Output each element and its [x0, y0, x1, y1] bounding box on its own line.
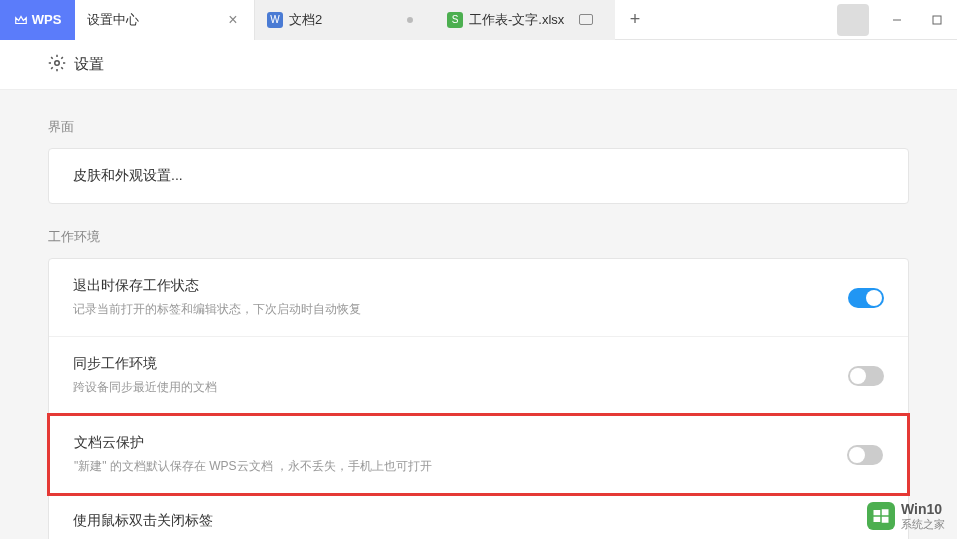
page-title: 设置 [74, 55, 104, 74]
sync-work-env-row: 同步工作环境 跨设备同步最近使用的文档 [49, 337, 908, 415]
remote-display-icon [579, 14, 593, 25]
watermark-bottom: 系统之家 [901, 518, 945, 531]
svg-rect-1 [933, 16, 941, 24]
save-work-state-row: 退出时保存工作状态 记录当前打开的标签和编辑状态，下次启动时自动恢复 [49, 259, 908, 337]
svg-rect-5 [874, 517, 881, 522]
svg-rect-4 [882, 509, 889, 515]
section-title-interface: 界面 [48, 118, 909, 136]
svg-point-2 [55, 60, 60, 65]
wps-crown-icon [14, 13, 28, 27]
user-avatar[interactable] [837, 4, 869, 36]
wps-logo-text: WPS [32, 12, 62, 27]
add-tab-button[interactable]: + [615, 0, 655, 40]
skin-label: 皮肤和外观设置... [73, 167, 183, 185]
close-icon[interactable]: × [224, 11, 242, 29]
section-title-workenv: 工作环境 [48, 228, 909, 246]
word-doc-icon: W [267, 12, 283, 28]
tab-label: 文档2 [289, 11, 322, 29]
tab-worksheet[interactable]: S 工作表-文字.xlsx [435, 0, 615, 40]
minimize-icon [891, 14, 903, 26]
tab-label: 设置中心 [87, 11, 139, 29]
svg-rect-6 [882, 517, 889, 523]
content-header: 设置 [0, 40, 957, 90]
setting-desc: 记录当前打开的标签和编辑状态，下次启动时自动恢复 [73, 301, 361, 318]
setting-desc: "新建" 的文档默认保存在 WPS云文档 ，永不丢失，手机上也可打开 [74, 458, 432, 475]
maximize-icon [931, 14, 943, 26]
minimize-button[interactable] [877, 0, 917, 40]
spreadsheet-icon: S [447, 12, 463, 28]
tab-label: 工作表-文字.xlsx [469, 11, 564, 29]
save-work-state-toggle[interactable] [848, 288, 884, 308]
gear-icon [48, 54, 66, 76]
watermark-top: Win10 [901, 501, 945, 518]
setting-label: 同步工作环境 [73, 355, 217, 373]
status-dot-icon [407, 17, 413, 23]
setting-label: 使用鼠标双击关闭标签 [73, 512, 213, 530]
setting-desc: 跨设备同步最近使用的文档 [73, 379, 217, 396]
windows-logo-icon [867, 502, 895, 530]
wps-logo[interactable]: WPS [0, 0, 75, 40]
dblclick-close-tab-row: 使用鼠标双击关闭标签 [49, 494, 908, 539]
cloud-protect-row: 文档云保护 "新建" 的文档默认保存在 WPS云文档 ，永不丢失，手机上也可打开 [47, 413, 910, 496]
workenv-card: 退出时保存工作状态 记录当前打开的标签和编辑状态，下次启动时自动恢复 同步工作环… [48, 258, 909, 539]
setting-label: 退出时保存工作状态 [73, 277, 361, 295]
cloud-protect-toggle[interactable] [847, 445, 883, 465]
setting-label: 文档云保护 [74, 434, 432, 452]
tab-settings-center[interactable]: 设置中心 × [75, 0, 255, 40]
maximize-button[interactable] [917, 0, 957, 40]
svg-rect-3 [874, 510, 881, 515]
watermark: Win10 系统之家 [867, 501, 945, 531]
tab-doc2[interactable]: W 文档2 [255, 0, 435, 40]
sync-work-env-toggle[interactable] [848, 366, 884, 386]
skin-appearance-row[interactable]: 皮肤和外观设置... [49, 149, 908, 203]
interface-card: 皮肤和外观设置... [48, 148, 909, 204]
